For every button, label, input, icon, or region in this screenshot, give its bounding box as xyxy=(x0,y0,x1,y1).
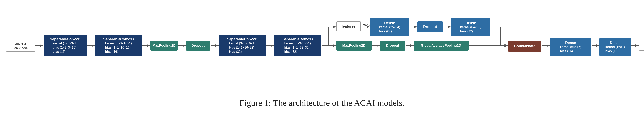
dense-top1-detail: kernel (25×64) bias (64) xyxy=(379,25,400,34)
features-label: features xyxy=(342,24,356,29)
dense-top2-node: Dense kernel (64×32) bias (32) xyxy=(451,18,490,36)
sep3-title: SeparableConv2D xyxy=(227,37,258,41)
concat-node: Concatenate xyxy=(508,41,541,52)
gap-label: GlobalAveragePooling2D xyxy=(421,44,461,48)
dense-out1-title: Dense xyxy=(565,41,576,45)
qx25-label: ?×25 xyxy=(362,23,370,27)
dropout1-node: Dropout xyxy=(186,41,210,51)
diagram-container: triplets ?×63×63×3 SeparableConv2D kerne… xyxy=(0,4,644,83)
figure-caption: Figure 1: The architecture of the ACAI m… xyxy=(0,98,644,108)
score-node: score xyxy=(639,42,644,51)
sep3-detail: kernel (3×3×16×1) bias (1×1×16×32) bias … xyxy=(229,41,256,54)
concat-label: Concatenate xyxy=(514,44,536,48)
sep2-detail: kernel (3×3×16×1) bias (1×1×16×16) bias … xyxy=(105,41,132,54)
sep2-title: SeparableConv2D xyxy=(103,37,134,41)
triplets-label: triplets xyxy=(15,41,26,46)
dropout2-node: Dropout xyxy=(380,41,405,51)
dense-out1-detail: kernel (64×16) bias (16) xyxy=(560,45,581,53)
maxpool1-node: MaxPooling2D xyxy=(150,41,178,51)
dense-top1-node: Dense kernel (25×64) bias (64) xyxy=(370,18,409,36)
dense-out2-title: Dense xyxy=(610,41,620,45)
maxpool2-label: MaxPooling2D xyxy=(342,44,366,48)
sep1-title: SeparableConv2D xyxy=(50,37,80,41)
maxpool1-label: MaxPooling2D xyxy=(152,44,176,48)
maxpool2-node: MaxPooling2D xyxy=(336,41,372,51)
triplets-sublabel: ?×63×63×3 xyxy=(12,46,28,50)
sep3-node: SeparableConv2D kernel (3×3×16×1) bias (… xyxy=(218,35,266,57)
features-node: features xyxy=(336,21,361,31)
sep1-node: SeparableConv2D kernel (3×3×3×1) bias (1… xyxy=(44,35,87,57)
dense-top1-title: Dense xyxy=(384,21,395,25)
dense-out2-node: Dense kernel (16×1) bias (1) xyxy=(600,38,631,56)
sep1-detail: kernel (3×3×3×1) bias (1×1×3×16) bias (1… xyxy=(53,41,78,54)
triplets-node: triplets ?×63×63×3 xyxy=(6,40,35,52)
dropout1-label: Dropout xyxy=(192,44,204,48)
dropout2-label: Dropout xyxy=(386,44,399,48)
dropout-top-node: Dropout xyxy=(418,21,443,32)
dropout-top-label: Dropout xyxy=(423,25,437,29)
dense-out2-detail: kernel (16×1) bias (1) xyxy=(606,45,625,53)
sep4-title: SeparableConv2D xyxy=(282,37,313,41)
gap-node: GlobalAveragePooling2D xyxy=(414,41,468,51)
sep4-detail: kernel (3×3×32×1) bias (1×1×32×32) bias … xyxy=(284,41,311,54)
dense-top2-detail: kernel (64×32) bias (32) xyxy=(460,25,481,34)
sep2-node: SeparableConv2D kernel (3×3×16×1) bias (… xyxy=(95,35,142,57)
dense-top2-title: Dense xyxy=(465,21,476,25)
sep4-node: SeparableConv2D kernel (3×3×32×1) bias (… xyxy=(274,35,321,57)
dense-out1-node: Dense kernel (64×16) bias (16) xyxy=(550,38,591,56)
